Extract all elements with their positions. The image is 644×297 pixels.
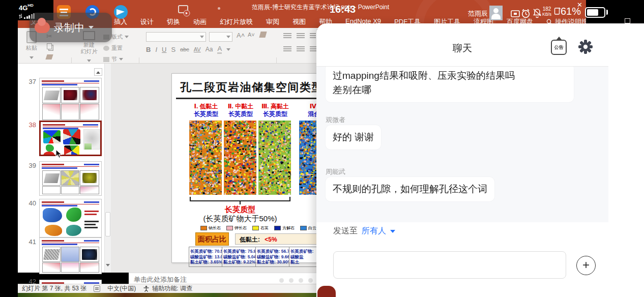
menu-slideshow[interactable]: 幻灯片放映	[220, 17, 253, 26]
section-button[interactable]: 节	[103, 55, 123, 63]
bracket-label-red: 长英质型	[189, 205, 291, 215]
notifications-muted-icon	[532, 8, 542, 18]
rotation-lock-icon	[553, 7, 561, 15]
screencast-icon	[511, 10, 520, 17]
chevron-down-icon[interactable]	[390, 230, 395, 233]
indent-decrease-icon[interactable]	[310, 33, 316, 39]
scrollbar-thumb[interactable]	[105, 212, 110, 236]
thumbnail-scrollbar[interactable]	[104, 64, 111, 273]
announcement-label: 公告	[554, 45, 564, 50]
slide-thumbnail-41[interactable]	[39, 237, 102, 274]
slide-thumbnail-38-selected[interactable]	[39, 121, 102, 156]
chat-sender-name: 观微者	[326, 115, 345, 125]
align-center-icon[interactable]	[297, 46, 305, 52]
battery-cap	[606, 10, 608, 15]
new-slide-label: 新建 幻灯片	[78, 42, 100, 55]
slide-thumbnail-39[interactable]	[39, 161, 102, 196]
slide-counter: 幻灯片 第 7 张, 共 53 张	[22, 284, 86, 293]
thumbnail-number: 40	[22, 199, 36, 207]
notes-toggle-icon[interactable]	[94, 285, 100, 292]
scrollbar-down-arrow[interactable]	[106, 264, 110, 266]
recording-pill[interactable]: 录制中	[30, 13, 112, 42]
column-header-2: Ⅱ. 中黏土长英质型	[224, 103, 257, 118]
clear-format-icon[interactable]	[259, 32, 267, 38]
screen: 范雨辰-博士研究生青蓝学术论坛.pptx - PowerPoint 16:43 …	[0, 0, 644, 297]
send-to-selector[interactable]: 所有人	[362, 226, 386, 236]
telegram-app-icon	[114, 5, 128, 19]
mineral-table: 长英质矿物: 70.55%碳酸盐矿物: 13.01%黏土矿物: 3.65% 长英…	[189, 247, 330, 267]
menu-design[interactable]: 设计	[140, 17, 154, 26]
mineral-map-high-clay	[258, 121, 291, 195]
column-header-3: Ⅲ. 高黏土长英质型	[258, 103, 292, 118]
italic-button[interactable]: I	[155, 46, 157, 53]
font-name-combo[interactable]	[146, 32, 206, 42]
window-title: 范雨辰-博士研究生青蓝学术论坛.pptx - PowerPoint	[214, 3, 427, 12]
thumbnail-number: 41	[22, 238, 36, 246]
avatar[interactable]	[489, 6, 503, 20]
table-col-1: 长英质矿物: 70.55%碳酸盐矿物: 13.01%黏土矿物: 3.65%	[189, 247, 222, 267]
align-left-icon[interactable]	[283, 46, 291, 52]
notes-placeholder: 单击此处添加备注	[134, 275, 187, 284]
chat-message-bubble: 好的 谢谢	[326, 125, 381, 150]
grow-font-button[interactable]: A˄	[237, 32, 245, 39]
reset-button[interactable]: 重置	[103, 44, 123, 52]
chat-input[interactable]	[333, 251, 566, 279]
legend-item: 石英	[252, 225, 269, 231]
section-label: 节	[111, 55, 117, 63]
background-window-corner	[317, 286, 336, 297]
numbering-icon[interactable]	[297, 33, 305, 39]
thumbnail-number: 39	[22, 162, 36, 169]
send-to-row: 发送至 所有人	[333, 226, 395, 236]
strikethrough-button[interactable]: abc	[180, 46, 189, 52]
clay-note-value: <5%	[265, 236, 277, 243]
settings-gear-icon[interactable]	[577, 39, 594, 55]
font-color-button[interactable]: A	[217, 45, 222, 54]
change-case-button[interactable]: Aa	[206, 46, 213, 53]
battery-icon	[585, 7, 605, 18]
table-col-3: 长英质矿物: 56.75%碳酸盐矿物: 9.66%黏土矿物: 30.90%	[256, 247, 289, 267]
menu-animations[interactable]: 动画	[193, 17, 207, 26]
send-to-label: 发送至	[333, 226, 358, 236]
accessibility-status[interactable]: 辅助功能: 调查	[143, 284, 192, 293]
slide-thumbnail-panel: 37 38	[18, 64, 104, 273]
chat-message-list[interactable]: 过mapping结果和吸附、压汞实验的结果吗 差别在哪 观微者 好的 谢谢 周能…	[316, 66, 608, 222]
mineral-legend: 钠长石 钾长石 石英 方解石 白云石	[200, 225, 334, 231]
menu-transitions[interactable]: 切换	[167, 17, 180, 26]
close-icon[interactable]: ✕	[577, 1, 582, 9]
slide-thumbnail-37[interactable]	[39, 78, 102, 123]
network-speed-unit: KB/s	[542, 12, 551, 17]
font-size-combo[interactable]	[209, 32, 232, 42]
thumbnail-number: 37	[22, 78, 36, 85]
announcement-button[interactable]: 公告	[551, 40, 567, 55]
char-spacing-button[interactable]: AV	[194, 46, 201, 52]
slide-thumbnail-40[interactable]	[39, 199, 102, 237]
legend-item: 钠长石	[200, 225, 221, 231]
collapse-panel-button[interactable]	[94, 68, 102, 76]
layout-label: 版式	[111, 33, 123, 41]
language-indicator[interactable]: 中文(中国)	[107, 284, 136, 293]
thumbnail-number: 38	[22, 121, 36, 129]
updown-arrows-icon	[19, 14, 22, 19]
bracket-label-black: (长英质矿物大于50%)	[179, 214, 301, 224]
copy-icon[interactable]	[47, 43, 52, 49]
chat-panel: 聊天 公告 过mapping结果和吸附、压汞实验的结果吗 差别在哪 观微者 好的…	[316, 23, 644, 297]
desktop-video-strip	[18, 293, 333, 297]
alarm-clock-icon	[521, 9, 531, 18]
mineral-map-mid-clay	[224, 121, 256, 195]
presenter-name: 范雨辰	[468, 9, 488, 18]
menu-review[interactable]: 审阅	[266, 17, 279, 26]
bold-button[interactable]: B	[146, 46, 151, 53]
shadow-button[interactable]: S	[171, 46, 175, 53]
restore-window-icon[interactable]	[625, 18, 630, 23]
menu-view[interactable]: 视图	[292, 17, 306, 26]
underline-button[interactable]: U	[162, 46, 166, 53]
format-painter-icon[interactable]	[45, 54, 53, 60]
chevron-down-icon	[89, 26, 94, 29]
font-style-buttons: B I U S abc AV Aa A	[146, 45, 230, 54]
bullets-icon[interactable]	[283, 33, 291, 39]
legend-item: 方解石	[274, 225, 295, 231]
clay-note-label: 低黏土:	[240, 236, 260, 243]
shrink-font-button[interactable]: A˅	[248, 32, 255, 38]
chat-message-bubble: 不规则的孔隙，如何理解孔径这个词	[326, 177, 494, 201]
add-attachment-button[interactable]: +	[576, 256, 596, 275]
